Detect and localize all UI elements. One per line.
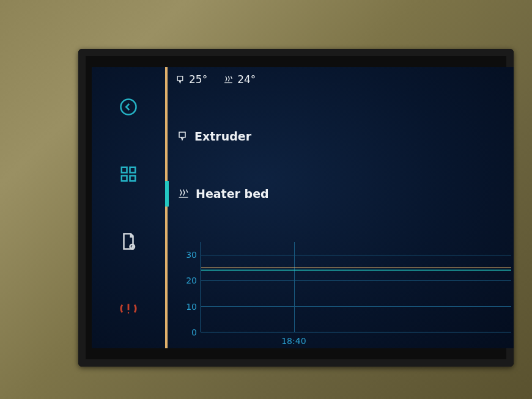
svg-point-0: [121, 100, 136, 115]
svg-rect-3: [122, 176, 127, 181]
chart-series: [201, 242, 511, 332]
temperature-chart: 010203018:40: [179, 242, 514, 347]
chart-ytick: 0: [179, 328, 197, 337]
svg-rect-4: [130, 176, 136, 181]
back-icon: [119, 98, 138, 116]
svg-rect-2: [130, 167, 136, 173]
svg-rect-1: [122, 167, 127, 173]
main-panel: 25° 24° Extruder: [165, 67, 514, 348]
nav-home-button[interactable]: [115, 161, 142, 188]
chart-ytick: 20: [179, 276, 197, 285]
emergency-stop-icon: [119, 299, 138, 318]
nav-back-button[interactable]: [115, 93, 142, 120]
chart-ytick: 10: [179, 302, 197, 312]
chart-xtick: 18:40: [281, 336, 306, 346]
screen-bezel: 25° 24° Extruder: [78, 49, 514, 367]
device-bezel: 25° 24° Extruder: [0, 0, 532, 399]
side-nav: [92, 67, 165, 348]
bed-icon: [223, 75, 234, 85]
svg-rect-8: [177, 76, 183, 80]
status-bed[interactable]: 24°: [223, 73, 256, 86]
status-bar: 25° 24°: [168, 71, 514, 88]
nav-emergency-stop-button[interactable]: [115, 295, 142, 322]
heater-bed-label: Heater bed: [196, 187, 269, 200]
status-extruder-temp: 25°: [189, 73, 207, 86]
grid-icon: [119, 165, 138, 183]
heater-bed-row[interactable]: Heater bed: [165, 181, 514, 207]
heater-extruder-label: Extruder: [194, 130, 251, 143]
status-extruder[interactable]: 25°: [175, 73, 207, 86]
file-icon: [119, 232, 138, 251]
lcd-screen: 25° 24° Extruder: [92, 67, 514, 348]
extruder-icon: [175, 75, 185, 85]
spacer: [168, 149, 514, 181]
chart-ytick: 30: [179, 250, 197, 260]
bed-icon: [177, 188, 190, 200]
extruder-icon: [176, 130, 188, 142]
status-bed-temp: 24°: [237, 73, 256, 86]
spacer: [168, 88, 514, 123]
chart-plot-area: [201, 242, 511, 332]
svg-rect-10: [179, 132, 185, 137]
svg-point-7: [128, 312, 130, 314]
nav-files-button[interactable]: [115, 228, 142, 255]
heater-extruder-row[interactable]: Extruder: [168, 123, 514, 149]
